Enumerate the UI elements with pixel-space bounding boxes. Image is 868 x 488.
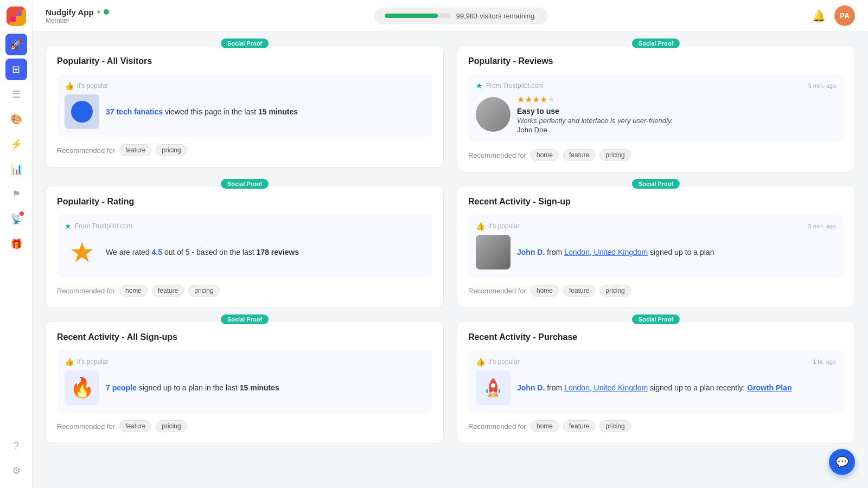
- rocket-container: [476, 370, 510, 405]
- star-empty: ★: [547, 95, 555, 104]
- bell-icon[interactable]: 🔔: [812, 9, 826, 22]
- notif-box-2: ★ From Trustpilot.com 5 min. ago ★★★★★: [468, 74, 844, 142]
- sidebar-item-dashboard[interactable]: ⊞: [5, 59, 27, 80]
- tags-row-2: Recommended for home feature pricing: [468, 149, 844, 161]
- thumb-icon: 👍: [65, 81, 74, 90]
- app-subtitle: Member: [46, 17, 109, 24]
- content-area: Social Proof Popularity - All Visitors 👍…: [33, 32, 868, 488]
- app-name[interactable]: Nudgify App: [46, 8, 94, 17]
- sidebar-item-settings[interactable]: ⚙: [5, 460, 27, 481]
- stars: ★★★★: [517, 95, 547, 104]
- person-link-4[interactable]: London, United Kingdom: [564, 248, 648, 256]
- card-popularity-visitors: Social Proof Popularity - All Visitors 👍…: [46, 45, 444, 172]
- tags-row-1: Recommended for feature pricing: [57, 144, 432, 156]
- svg-point-1: [491, 383, 495, 388]
- social-proof-badge-1: Social Proof: [221, 38, 269, 48]
- from-label-2: From Trustpilot.com: [486, 82, 544, 89]
- tag-feature-6[interactable]: feature: [563, 420, 595, 432]
- time-6: 1 hr. ago: [813, 358, 836, 365]
- time-4: 5 min. ago: [808, 223, 836, 229]
- thumb-icon-4: 👍: [476, 222, 485, 230]
- progress-track: [385, 14, 450, 18]
- notif-box-1: 👍 it's popular 37 tech fanatics viewed t…: [57, 74, 432, 137]
- tag-pricing-6[interactable]: pricing: [599, 420, 630, 432]
- tag-feature-2[interactable]: feature: [563, 149, 595, 161]
- tag-feature-3[interactable]: feature: [152, 285, 184, 297]
- person-link-6[interactable]: London, United Kingdom: [564, 383, 648, 392]
- tags-label-1: Recommended for: [57, 146, 115, 155]
- time-2: 5 min. ago: [808, 82, 836, 89]
- tag-pricing-3[interactable]: pricing: [188, 285, 219, 297]
- tag-feature[interactable]: feature: [119, 144, 151, 156]
- fab-chat[interactable]: 💬: [829, 449, 855, 475]
- card-popularity-reviews: Social Proof Popularity - Reviews ★ From…: [457, 45, 855, 172]
- header: Nudgify App ▾ Member 99,983 visitors rem…: [33, 0, 868, 32]
- card-purchase: Social Proof Recent Activity - Purchase …: [457, 321, 855, 444]
- tags-label-4: Recommended for: [468, 287, 526, 295]
- notif-text-6: John D. from London, United Kingdom sign…: [517, 382, 792, 394]
- sidebar-item-gift[interactable]: 🎁: [5, 233, 27, 255]
- sidebar-item-activity[interactable]: ⚡: [5, 133, 27, 155]
- trustpilot-star-icon-3: ★: [65, 222, 72, 230]
- tag-pricing[interactable]: pricing: [156, 144, 187, 156]
- visitors-bar: 99,983 visitors remaining: [374, 8, 547, 24]
- notif-text-5: 7 people signed up to a plan in the last…: [106, 382, 279, 394]
- app-logo[interactable]: [7, 7, 26, 26]
- brand-chevron-icon[interactable]: ▾: [97, 8, 100, 16]
- social-proof-badge-2: Social Proof: [632, 38, 680, 48]
- big-star-container: ★: [65, 235, 99, 269]
- rocket-purchase-icon: [480, 375, 506, 401]
- popular-label-4: it's popular: [488, 222, 520, 230]
- review-body: Works perfectly and interface is very us…: [517, 117, 673, 125]
- cards-grid: Social Proof Popularity - All Visitors 👍…: [46, 45, 855, 444]
- popular-label-6: it's popular: [488, 358, 520, 365]
- popular-label: it's popular: [77, 82, 108, 89]
- tag-home-4[interactable]: home: [531, 285, 559, 297]
- notif-text-1: 37 tech fanatics viewed this page in the…: [106, 106, 298, 118]
- sidebar-item-list[interactable]: ☰: [5, 84, 27, 105]
- card-popularity-rating: Social Proof Popularity - Rating ★ From …: [46, 185, 444, 308]
- tag-home-6[interactable]: home: [531, 420, 559, 432]
- card-title-4: Recent Activity - Sign-up: [468, 197, 844, 207]
- social-proof-badge-6: Social Proof: [632, 314, 680, 324]
- tag-home-3[interactable]: home: [119, 285, 148, 297]
- popular-label-5: it's popular: [77, 358, 108, 365]
- notif-bold-5: 15 minutes: [240, 383, 279, 392]
- sidebar-item-flag[interactable]: ⚑: [5, 183, 27, 205]
- tag-pricing-5[interactable]: pricing: [156, 420, 187, 432]
- progress-fill: [385, 14, 438, 18]
- tags-row-5: Recommended for feature pricing: [57, 420, 432, 432]
- tag-home-2[interactable]: home: [531, 149, 559, 161]
- avatar[interactable]: PA: [834, 5, 855, 26]
- notif-box-6: 👍 it's popular 1 hr. ago: [468, 350, 844, 413]
- visitors-text: 99,983 visitors remaining: [456, 12, 535, 20]
- notif-bold-1: 15 minutes: [258, 107, 298, 116]
- sidebar-item-rocket[interactable]: 🚀: [5, 34, 27, 55]
- sidebar-item-chart[interactable]: 📊: [5, 158, 27, 180]
- review-content: ★★★★★ Easy to use Works perfectly and in…: [517, 94, 673, 134]
- review-author: John Doe: [517, 126, 673, 134]
- sidebar-item-broadcast[interactable]: 📡: [5, 208, 27, 230]
- visitor-circle: [71, 101, 93, 123]
- tag-pricing-4[interactable]: pricing: [599, 285, 630, 297]
- review-avatar: [476, 97, 510, 132]
- trustpilot-star-icon: ★: [476, 81, 483, 90]
- tag-feature-4[interactable]: feature: [563, 285, 595, 297]
- social-proof-badge-3: Social Proof: [221, 179, 269, 189]
- social-proof-badge-4: Social Proof: [632, 179, 680, 189]
- notif-bold-3: 178 reviews: [257, 248, 299, 256]
- sidebar-item-palette[interactable]: 🎨: [5, 108, 27, 130]
- card-title-5: Recent Activity - All Sign-ups: [57, 332, 432, 342]
- review-title: Easy to use: [517, 107, 673, 115]
- notif-highlight-3: 4.5: [152, 248, 162, 256]
- card-title-3: Popularity - Rating: [57, 197, 432, 207]
- tag-pricing-2[interactable]: pricing: [599, 149, 630, 161]
- card-title-2: Popularity - Reviews: [468, 56, 844, 66]
- sidebar-item-help[interactable]: ?: [5, 435, 27, 457]
- from-label-3: From Trustpilot.com: [75, 222, 132, 230]
- plan-link-6[interactable]: Growth Plan: [747, 383, 792, 392]
- card-title-6: Recent Activity - Purchase: [468, 332, 844, 342]
- tags-row-6: Recommended for home feature pricing: [468, 420, 844, 432]
- tag-feature-5[interactable]: feature: [119, 420, 151, 432]
- thumb-icon-6: 👍: [476, 357, 485, 366]
